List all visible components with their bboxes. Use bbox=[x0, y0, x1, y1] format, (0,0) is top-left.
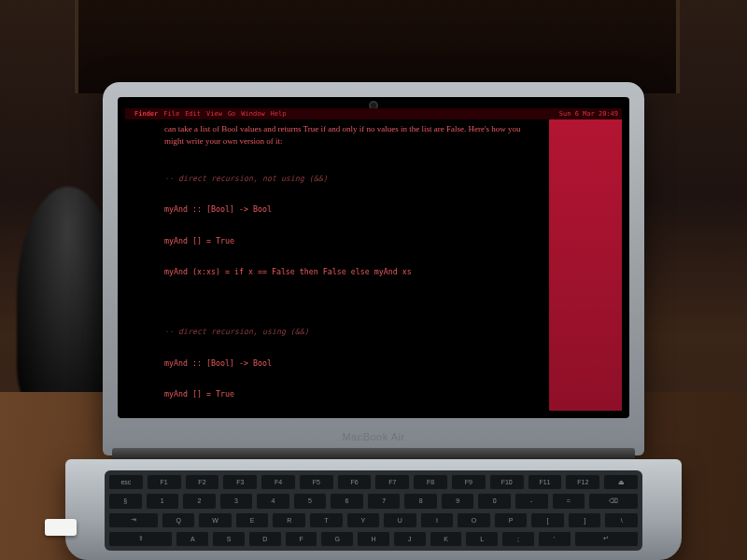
key[interactable]: D bbox=[248, 531, 282, 547]
key[interactable]: 5 bbox=[293, 493, 328, 509]
code-line: myAnd [] = True bbox=[164, 236, 540, 246]
key[interactable]: L bbox=[465, 531, 499, 547]
key[interactable]: = bbox=[552, 493, 586, 509]
key[interactable]: § bbox=[108, 493, 143, 509]
key[interactable]: F3 bbox=[222, 474, 258, 490]
key[interactable]: F5 bbox=[299, 474, 334, 490]
keyboard-row: ⇥QWERTYUIOP[]\ bbox=[108, 512, 639, 528]
key[interactable]: \ bbox=[604, 512, 639, 528]
key[interactable]: ] bbox=[568, 512, 602, 528]
key[interactable]: ⇪ bbox=[108, 531, 173, 547]
key[interactable]: ↵ bbox=[574, 531, 639, 547]
key[interactable]: O bbox=[457, 512, 491, 528]
menu-view[interactable]: View bbox=[206, 110, 222, 118]
key[interactable]: F1 bbox=[147, 474, 182, 490]
key[interactable]: F10 bbox=[489, 474, 525, 490]
key[interactable]: Q bbox=[162, 512, 196, 528]
key[interactable]: K bbox=[430, 531, 463, 547]
key[interactable]: 3 bbox=[219, 493, 254, 509]
code-comment: -- direct recursion, using (&&) bbox=[164, 327, 540, 337]
code-line: myAnd (x:xs) = if x == False then False … bbox=[164, 267, 540, 277]
usb-cable bbox=[45, 519, 77, 536]
key[interactable]: [ bbox=[530, 512, 565, 528]
key[interactable]: 4 bbox=[256, 493, 290, 509]
key[interactable]: ⇥ bbox=[108, 512, 159, 528]
key[interactable]: W bbox=[198, 512, 233, 528]
key[interactable]: 9 bbox=[441, 493, 475, 509]
flux-red-sidebar bbox=[549, 119, 622, 411]
code-line: myAnd :: [Bool] -> Bool bbox=[164, 204, 540, 215]
key[interactable]: 2 bbox=[182, 493, 217, 509]
intro-paragraph: can take a list of Bool values and retur… bbox=[164, 123, 540, 147]
key[interactable]: F2 bbox=[185, 474, 220, 490]
key[interactable]: ⏏ bbox=[603, 474, 639, 490]
key[interactable]: 1 bbox=[146, 493, 180, 509]
keyboard-row: §1234567890-=⌫ bbox=[108, 493, 639, 509]
menubar-clock[interactable]: Sun 6 Mar 20:49 bbox=[559, 110, 618, 118]
key[interactable]: ; bbox=[501, 531, 535, 547]
keyboard-row: escF1F2F3F4F5F6F7F8F9F10F11F12⏏ bbox=[108, 474, 639, 490]
key[interactable]: A bbox=[176, 531, 209, 547]
key[interactable]: E bbox=[235, 512, 270, 528]
key[interactable]: F12 bbox=[565, 474, 600, 490]
keyboard[interactable]: escF1F2F3F4F5F6F7F8F9F10F11F12⏏ §1234567… bbox=[105, 470, 642, 551]
macos-menubar[interactable]: Finder File Edit View Go Window Help Sun… bbox=[125, 108, 622, 119]
key[interactable]: H bbox=[357, 531, 390, 547]
key[interactable]: U bbox=[383, 512, 417, 528]
key[interactable]: F11 bbox=[528, 474, 563, 490]
key[interactable]: G bbox=[320, 531, 354, 547]
key[interactable]: 6 bbox=[330, 493, 364, 509]
menu-edit[interactable]: Edit bbox=[185, 110, 201, 118]
menu-go[interactable]: Go bbox=[228, 110, 235, 118]
menu-file[interactable]: File bbox=[163, 110, 179, 118]
app-name[interactable]: Finder bbox=[134, 110, 158, 118]
key[interactable]: F8 bbox=[413, 474, 448, 490]
code-line: myAnd :: [Bool] -> Bool bbox=[164, 358, 540, 369]
key[interactable]: 8 bbox=[403, 493, 438, 509]
key[interactable]: - bbox=[514, 493, 549, 509]
key[interactable]: F7 bbox=[374, 474, 410, 490]
key[interactable]: 0 bbox=[477, 493, 512, 509]
laptop-screen: Finder File Edit View Go Window Help Sun… bbox=[125, 108, 622, 411]
background-cabinet bbox=[75, 0, 680, 93]
key[interactable]: F9 bbox=[451, 474, 486, 490]
code-line: myAnd [] = True bbox=[164, 389, 540, 399]
key[interactable]: 7 bbox=[367, 493, 402, 509]
key[interactable]: I bbox=[420, 512, 455, 528]
menu-help[interactable]: Help bbox=[271, 110, 287, 118]
keyboard-row: ⇪ASDFGHJKL;'↵ bbox=[108, 531, 639, 547]
code-comment: -- direct recursion, not using (&&) bbox=[164, 174, 540, 184]
key[interactable]: F6 bbox=[337, 474, 373, 490]
key[interactable]: F bbox=[285, 531, 318, 547]
key[interactable]: esc bbox=[108, 474, 144, 490]
key[interactable]: S bbox=[212, 531, 246, 547]
key[interactable]: R bbox=[272, 512, 306, 528]
key[interactable]: P bbox=[494, 512, 529, 528]
key[interactable]: ⌫ bbox=[588, 493, 639, 509]
key[interactable]: F4 bbox=[261, 474, 296, 490]
key[interactable]: ' bbox=[538, 531, 571, 547]
menu-window[interactable]: Window bbox=[241, 110, 264, 118]
laptop-brand-label: MacBook Air bbox=[0, 431, 747, 442]
document-viewer[interactable]: can take a list of Bool values and retur… bbox=[125, 119, 547, 411]
key[interactable]: T bbox=[309, 512, 344, 528]
key[interactable]: J bbox=[393, 531, 427, 547]
key[interactable]: Y bbox=[346, 512, 381, 528]
